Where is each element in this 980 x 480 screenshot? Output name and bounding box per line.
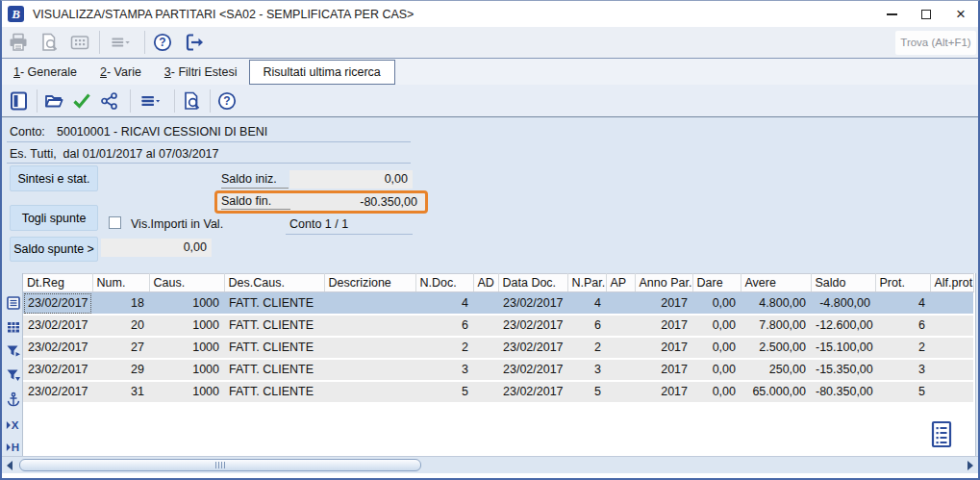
close-icon: × bbox=[956, 6, 966, 22]
tab-risultati-ultima-ricerca[interactable]: Risultati ultima ricerca bbox=[249, 60, 395, 85]
scroll-left-icon[interactable] bbox=[2, 458, 17, 473]
cell bbox=[930, 292, 973, 315]
column-header[interactable]: AP bbox=[606, 274, 635, 292]
column-header[interactable]: Alf.prot bbox=[930, 274, 973, 292]
minimize-button[interactable] bbox=[874, 1, 909, 27]
cell: 0,00 bbox=[692, 381, 741, 403]
help-icon[interactable]: ? bbox=[151, 31, 174, 54]
filter-down-icon[interactable] bbox=[5, 366, 21, 383]
cell: 2017 bbox=[635, 337, 692, 359]
scrollbar-thumb[interactable] bbox=[19, 459, 421, 471]
column-header[interactable]: Avere bbox=[741, 274, 811, 292]
column-header[interactable]: Data Doc. bbox=[498, 274, 567, 292]
results-grid-area: Dt.RegNum.Caus.Des.Caus.DescrizioneN.Doc… bbox=[2, 273, 978, 456]
column-header[interactable]: Saldo bbox=[811, 274, 875, 292]
column-header[interactable]: N.Doc. bbox=[415, 274, 473, 292]
menu-icon[interactable] bbox=[136, 89, 166, 113]
column-header[interactable]: Dare bbox=[692, 274, 741, 292]
tab-2[interactable]: 2 - Varie bbox=[88, 59, 153, 85]
cell: -80.350,00 bbox=[811, 381, 875, 403]
close-button[interactable]: × bbox=[943, 1, 978, 27]
horizontal-scrollbar[interactable] bbox=[2, 456, 978, 473]
find-box[interactable]: Trova (Alt+F1) bbox=[895, 31, 976, 55]
help-icon[interactable]: ? bbox=[215, 89, 239, 113]
filter-forward-icon[interactable] bbox=[5, 342, 21, 359]
column-header[interactable]: N.Par. bbox=[567, 274, 606, 292]
cell bbox=[930, 381, 973, 403]
saldo-fin-highlight: Saldo fin. -80.350,00 bbox=[214, 190, 428, 214]
tab-1[interactable]: 1 - Generale bbox=[2, 59, 88, 85]
saldo-iniz-field: 0,00 bbox=[289, 170, 413, 189]
scroll-right-icon[interactable] bbox=[963, 458, 978, 473]
conto-counter: Conto 1 / 1 bbox=[289, 217, 348, 231]
table-row[interactable]: 23/02/2017311000FATT. CLIENTE523/02/2017… bbox=[23, 381, 973, 403]
column-header[interactable]: Anno Par. bbox=[635, 274, 692, 292]
cell: 250,00 bbox=[741, 359, 811, 381]
column-header[interactable]: Des.Caus. bbox=[224, 274, 324, 292]
column-header[interactable]: Caus. bbox=[149, 274, 224, 292]
cell bbox=[606, 337, 635, 359]
cell bbox=[324, 315, 415, 337]
cell: 3 bbox=[567, 359, 606, 381]
maximize-button[interactable] bbox=[909, 1, 943, 27]
table-row[interactable]: 23/02/2017271000FATT. CLIENTE223/02/2017… bbox=[23, 337, 973, 359]
cell: 23/02/2017 bbox=[498, 315, 567, 337]
vis-importi-checkbox[interactable] bbox=[109, 216, 121, 229]
column-header[interactable]: Dt.Reg bbox=[23, 274, 92, 292]
cell: 5 bbox=[415, 381, 473, 403]
saldo-spunte-field: 0,00 bbox=[101, 239, 212, 257]
grid-icon[interactable] bbox=[68, 31, 91, 54]
divider bbox=[286, 234, 413, 235]
cell bbox=[473, 337, 498, 359]
exit-icon[interactable] bbox=[183, 31, 206, 54]
cell: -15.350,00 bbox=[811, 359, 875, 381]
column-header[interactable]: Descrizione bbox=[324, 274, 415, 292]
cell: 1000 bbox=[149, 381, 224, 403]
cell bbox=[324, 381, 415, 403]
togli-spunte-button[interactable]: Togli spunte bbox=[10, 205, 98, 231]
app-logo-icon: B bbox=[8, 6, 24, 22]
maximize-icon bbox=[921, 10, 931, 19]
print-icon[interactable] bbox=[7, 31, 30, 54]
confirm-check-icon[interactable] bbox=[70, 89, 93, 113]
cell bbox=[324, 337, 415, 359]
cell: 27 bbox=[92, 337, 149, 359]
saldo-iniz-label: Saldo iniz. bbox=[221, 172, 289, 189]
table-row[interactable]: 23/02/2017181000FATT. CLIENTE423/02/2017… bbox=[23, 292, 973, 315]
cell: 23/02/2017 bbox=[498, 292, 567, 315]
main-toolbar: ? Trova (Alt+F1) bbox=[2, 27, 978, 58]
cell bbox=[324, 292, 415, 315]
preview-icon[interactable] bbox=[180, 89, 203, 113]
window-icon[interactable] bbox=[8, 89, 31, 113]
column-header[interactable]: Prot. bbox=[875, 274, 930, 292]
cell: 6 bbox=[415, 315, 473, 337]
anchor-icon[interactable] bbox=[5, 391, 21, 407]
table-row[interactable]: 23/02/2017291000FATT. CLIENTE323/02/2017… bbox=[23, 359, 973, 381]
cell: 4 bbox=[415, 292, 473, 315]
cell: FATT. CLIENTE bbox=[224, 337, 324, 359]
menu-icon[interactable] bbox=[106, 31, 137, 54]
conto-label: Conto: bbox=[10, 125, 45, 139]
open-folder-icon[interactable] bbox=[42, 89, 65, 113]
table-icon[interactable] bbox=[5, 318, 21, 335]
tab-3[interactable]: 3 - Filtri Estesi bbox=[153, 59, 249, 85]
cell: 29 bbox=[92, 359, 149, 381]
export-x-icon[interactable]: X bbox=[5, 417, 21, 433]
export-h-icon[interactable]: H bbox=[5, 439, 21, 455]
cell: 0,00 bbox=[692, 337, 741, 359]
scrollbar-track[interactable] bbox=[17, 457, 963, 473]
sintesi-button[interactable]: Sintesi e stat. bbox=[10, 165, 98, 191]
share-icon[interactable] bbox=[98, 89, 121, 113]
saldo-spunte-button[interactable]: Saldo spunte > bbox=[10, 237, 98, 262]
form-icon[interactable] bbox=[5, 294, 21, 311]
cell: 7.800,00 bbox=[741, 315, 811, 337]
column-header[interactable]: Num. bbox=[92, 274, 149, 292]
cell bbox=[930, 359, 973, 381]
column-header[interactable]: AD bbox=[473, 274, 498, 292]
list-view-icon[interactable] bbox=[927, 419, 956, 450]
cell bbox=[473, 381, 498, 403]
print-preview-icon[interactable] bbox=[38, 31, 61, 54]
period-text: Es. Tutti, dal 01/01/2017 al 07/03/2017 bbox=[10, 147, 219, 161]
cell: FATT. CLIENTE bbox=[224, 315, 324, 337]
table-row[interactable]: 23/02/2017201000FATT. CLIENTE623/02/2017… bbox=[23, 315, 973, 337]
